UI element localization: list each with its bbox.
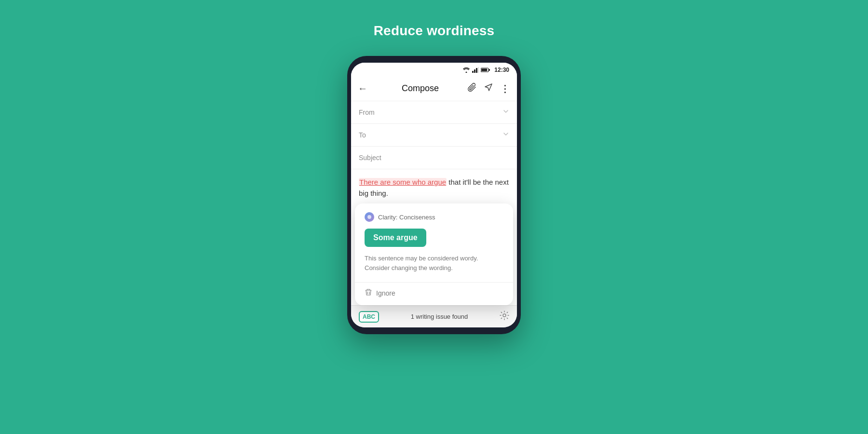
send-icon[interactable]	[484, 82, 493, 95]
settings-icon[interactable]	[500, 311, 509, 323]
svg-point-8	[503, 314, 506, 317]
ignore-row[interactable]: Ignore	[365, 288, 503, 298]
signal-icon	[472, 67, 479, 73]
bottom-bar: ABC 1 writing issue found	[351, 305, 517, 327]
suggestion-desc-line2: Consider changing the wording.	[365, 264, 453, 271]
status-icons: 12:30	[462, 67, 509, 73]
trash-icon	[365, 288, 372, 298]
suggestion-pill[interactable]: Some argue	[365, 229, 426, 247]
to-chevron	[502, 131, 509, 139]
svg-rect-5	[489, 69, 490, 71]
svg-rect-6	[481, 68, 487, 71]
ignore-label: Ignore	[376, 289, 395, 297]
suggestion-card: Clarity: Conciseness Some argue This sen…	[355, 203, 513, 305]
phone-shell: 12:30 ← Compose ⋮	[347, 56, 521, 334]
svg-rect-0	[472, 71, 474, 73]
suggestion-desc: This sentence may be considered wordy. C…	[365, 254, 503, 272]
subject-row[interactable]: Subject	[351, 147, 517, 169]
more-icon[interactable]: ⋮	[500, 83, 510, 95]
compose-title: Compose	[373, 83, 467, 94]
phone-screen: 12:30 ← Compose ⋮	[351, 63, 517, 327]
to-label: To	[359, 131, 502, 139]
subject-label: Subject	[359, 154, 381, 162]
email-body[interactable]: There are some who argue that it'll be t…	[351, 169, 517, 208]
attach-icon[interactable]	[467, 82, 477, 95]
svg-point-7	[367, 215, 371, 219]
card-header: Clarity: Conciseness	[365, 212, 503, 222]
svg-rect-3	[478, 67, 479, 73]
highlighted-text: There are some who argue	[359, 178, 447, 186]
status-time: 12:30	[494, 67, 509, 73]
app-bar: ← Compose ⋮	[351, 76, 517, 101]
from-label: From	[359, 108, 502, 116]
page-title: Reduce wordiness	[374, 23, 495, 39]
to-field-row[interactable]: To	[351, 124, 517, 147]
status-bar: 12:30	[351, 63, 517, 76]
email-fields: From To Subject	[351, 101, 517, 169]
wifi-icon	[462, 67, 470, 73]
writing-issue-text: 1 writing issue found	[387, 313, 492, 320]
svg-rect-2	[476, 68, 477, 73]
card-divider	[355, 282, 513, 283]
abc-badge: ABC	[359, 311, 379, 323]
card-category: Clarity: Conciseness	[378, 214, 435, 221]
suggestion-desc-line1: This sentence may be considered wordy.	[365, 255, 478, 262]
battery-icon	[481, 67, 490, 73]
app-bar-actions: ⋮	[467, 82, 510, 95]
svg-rect-1	[474, 69, 475, 73]
clarity-icon	[365, 212, 374, 222]
from-field-row[interactable]: From	[351, 101, 517, 124]
from-chevron	[502, 108, 509, 117]
back-button[interactable]: ←	[358, 83, 367, 94]
